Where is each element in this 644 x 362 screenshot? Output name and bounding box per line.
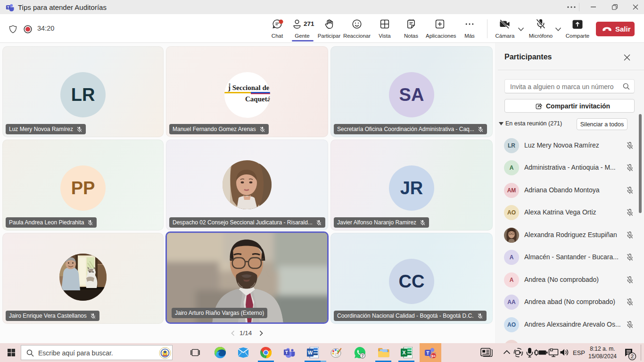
svg-text:2: 2: [631, 354, 634, 359]
svg-text:7: 7: [362, 354, 364, 358]
svg-text:9+: 9+: [431, 354, 436, 358]
svg-text:W: W: [308, 350, 313, 355]
svg-text:Caquetá: Caquetá: [245, 95, 270, 103]
svg-text:j̊ Seccional de: j̊ Seccional de: [228, 83, 270, 91]
svg-text:X: X: [402, 350, 406, 355]
